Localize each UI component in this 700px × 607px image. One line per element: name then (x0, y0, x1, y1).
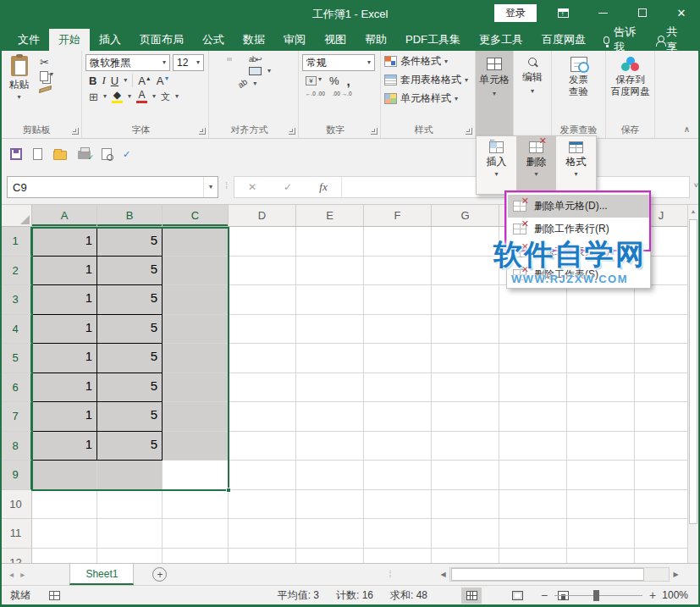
cell-B2[interactable]: 5 (97, 257, 163, 286)
cell-G9[interactable] (432, 461, 499, 490)
cell-J3[interactable] (635, 285, 688, 315)
page-layout-view-button[interactable] (507, 588, 527, 604)
cell-G12[interactable] (432, 549, 499, 564)
cell-E9[interactable] (296, 461, 364, 490)
cell-I3[interactable] (567, 285, 635, 315)
cell-G5[interactable] (432, 344, 499, 373)
share-button[interactable]: 共享 (648, 29, 692, 51)
increase-indent-button[interactable] (227, 82, 232, 86)
cell-B10[interactable] (97, 490, 163, 520)
cell-F12[interactable] (364, 549, 432, 564)
name-box-dropdown-icon[interactable]: ▾ (203, 177, 212, 197)
cell-A12[interactable] (32, 549, 97, 564)
minimize-button[interactable] (590, 0, 615, 25)
col-header-G[interactable]: G (432, 205, 499, 226)
decrease-indent-button[interactable] (216, 82, 221, 86)
name-box[interactable]: C9 ▾ (7, 176, 218, 198)
row-header-3[interactable]: 3 (0, 285, 32, 315)
cell-H6[interactable] (499, 373, 567, 403)
cell-J11[interactable] (635, 519, 688, 549)
ribbon-tab[interactable]: 开始 (49, 29, 90, 51)
cell-C3[interactable] (163, 285, 229, 315)
cell-D8[interactable] (229, 432, 296, 461)
collapse-ribbon-button[interactable]: ∧ (684, 124, 690, 134)
increase-decimal-button[interactable]: ←.0 .00 (306, 91, 325, 97)
cells-group-button[interactable]: 单元格 ▾ (476, 51, 513, 138)
cell-E12[interactable] (296, 549, 364, 564)
cell-H3[interactable] (499, 285, 567, 315)
cell-C1[interactable] (163, 227, 229, 257)
copy-button[interactable]: ▾ (40, 71, 53, 81)
cell-D4[interactable] (229, 315, 296, 345)
cell-I11[interactable] (567, 519, 635, 549)
cell-A10[interactable] (32, 490, 97, 520)
qat-button[interactable] (53, 148, 67, 160)
cell-I4[interactable] (567, 315, 635, 345)
cut-icon[interactable]: ✂ (40, 57, 53, 68)
percent-style-button[interactable]: % (329, 74, 339, 87)
cells-panel-button[interactable]: 插入 ▾ (477, 136, 516, 194)
decrease-decimal-button[interactable]: .00 →.0 (333, 91, 352, 97)
fill-color-button[interactable]: ◆ (112, 90, 123, 103)
style-button[interactable]: 单元格样式 ▾ (384, 91, 471, 106)
col-header-D[interactable]: D (229, 205, 296, 226)
accounting-format-button[interactable]: ¥▾ (306, 76, 322, 86)
align-left-button[interactable] (216, 69, 221, 73)
insert-function-button[interactable]: fx (306, 180, 341, 194)
ribbon-tab[interactable]: 帮助 (356, 29, 396, 51)
bold-button[interactable]: B (89, 74, 96, 87)
cell-C7[interactable] (163, 402, 229, 432)
format-painter-icon[interactable] (39, 86, 52, 93)
cell-J5[interactable] (635, 344, 688, 373)
cell-C11[interactable] (163, 519, 229, 549)
sheet-tab-sheet1[interactable]: Sheet1 (69, 564, 134, 585)
zoom-slider-thumb[interactable] (593, 590, 599, 601)
cell-E5[interactable] (296, 344, 364, 373)
editing-group-button[interactable]: 编辑 ▾ (514, 51, 551, 138)
select-all-corner[interactable] (0, 205, 32, 226)
cell-D10[interactable] (229, 490, 296, 520)
cell-B6[interactable]: 5 (97, 373, 163, 403)
row-header-11[interactable]: 11 (0, 519, 32, 549)
new-sheet-button[interactable]: + (152, 567, 167, 582)
number-dialog-launcher[interactable] (371, 128, 378, 135)
underline-button[interactable]: U (111, 74, 119, 87)
cell-H4[interactable] (499, 315, 567, 345)
confirm-entry-button[interactable]: ✓ (270, 181, 306, 193)
cell-C4[interactable] (163, 315, 229, 345)
col-header-C[interactable]: C (163, 205, 229, 226)
cell-F5[interactable] (364, 344, 432, 373)
cell-A9[interactable] (32, 461, 97, 490)
zoom-slider[interactable] (554, 595, 642, 596)
cell-E2[interactable] (296, 257, 364, 286)
cell-G1[interactable] (432, 227, 499, 257)
clipboard-dialog-launcher[interactable] (72, 128, 79, 135)
phonetic-button[interactable]: 文 (161, 91, 170, 103)
cell-C6[interactable] (163, 373, 229, 403)
cell-H9[interactable] (499, 461, 567, 490)
cell-F8[interactable] (364, 432, 432, 461)
row-header-7[interactable]: 7 (0, 402, 32, 432)
cell-G3[interactable] (432, 285, 499, 315)
italic-button[interactable]: I (102, 74, 105, 87)
qat-button[interactable] (102, 148, 112, 160)
ribbon-tab[interactable]: 审阅 (274, 29, 315, 51)
zoom-in-button[interactable]: + (648, 588, 658, 602)
cell-J9[interactable] (635, 461, 688, 490)
horizontal-scroll-thumb[interactable] (451, 568, 644, 581)
cell-D3[interactable] (229, 285, 296, 315)
cell-B8[interactable]: 5 (97, 432, 163, 461)
cell-B9[interactable] (97, 461, 163, 490)
cell-F11[interactable] (364, 519, 432, 549)
cell-H10[interactable] (499, 490, 567, 520)
cell-C12[interactable] (163, 549, 229, 564)
formula-bar-splitter[interactable]: ⁞ (225, 180, 229, 190)
cell-E8[interactable] (296, 432, 364, 461)
delete-menu-item[interactable]: 删除工作表行(R) (508, 218, 649, 240)
cell-A6[interactable]: 1 (32, 373, 97, 403)
merge-center-button[interactable] (249, 67, 262, 75)
cell-B3[interactable]: 5 (97, 285, 163, 315)
cell-G4[interactable] (432, 315, 499, 345)
number-format-combo[interactable]: 常规▾ (302, 54, 375, 71)
tell-me-button[interactable]: 告诉我 (595, 29, 648, 51)
